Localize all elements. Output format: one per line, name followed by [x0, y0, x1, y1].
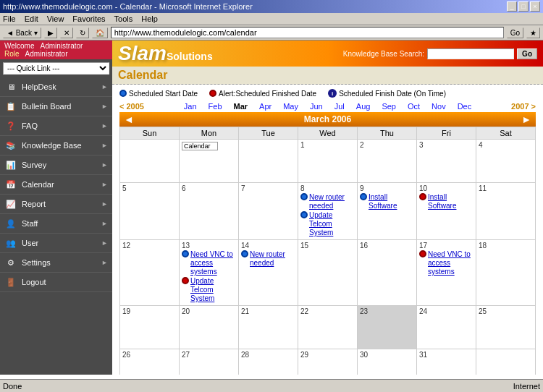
refresh-button[interactable]: ↻ [76, 27, 89, 38]
menu-tools[interactable]: Tools [114, 14, 133, 23]
home-button[interactable]: 🏠 [92, 27, 108, 38]
event-link[interactable]: Update Telcom System [190, 277, 236, 303]
month-nov[interactable]: Nov [426, 102, 452, 111]
legend-ontime-label: Scheduled Finish Date (On Time) [339, 90, 446, 98]
forward-button[interactable]: ▶ [44, 27, 57, 38]
sidebar-item-faq[interactable]: ❓ FAQ ► [0, 116, 112, 136]
col-mon: Mon [180, 127, 239, 140]
settings-icon: ⚙ [4, 256, 17, 269]
report-label: Report [22, 200, 97, 208]
day-cell: 22 [298, 306, 358, 349]
address-bar[interactable] [111, 27, 504, 38]
back-button[interactable]: ◄ Back ▾ [3, 27, 41, 38]
prev-month-button[interactable]: ◄ [124, 114, 134, 125]
month-jun[interactable]: Jun [304, 102, 329, 111]
event-dot [419, 250, 426, 257]
sidebar-item-calendar[interactable]: 📅 Calendar ► [0, 175, 112, 195]
menu-favorites[interactable]: Favorites [72, 14, 105, 23]
month-jan[interactable]: Jan [178, 102, 203, 111]
event-link[interactable]: New router needed [309, 193, 355, 210]
col-fri: Fri [417, 127, 476, 140]
day-cell: 10 Install Software [417, 183, 476, 240]
day-cell: 9 Install Software [358, 183, 417, 240]
sidebar-item-settings[interactable]: ⚙ Settings ► [0, 253, 112, 273]
table-row: 12 13 Need VNC to access systems Update … [120, 240, 536, 306]
sidebar-item-survey[interactable]: 📊 Survey ► [0, 155, 112, 175]
calendar-label: Calendar [22, 180, 97, 189]
staff-icon: 👤 [4, 217, 17, 230]
sidebar-item-staff[interactable]: 👤 Staff ► [0, 214, 112, 234]
cal-event: Update Telcom System [300, 211, 355, 237]
cal-event [182, 142, 236, 150]
sidebar-item-bulletin[interactable]: 📋 Bulletin Board ► [0, 97, 112, 116]
day-cell: 12 [120, 240, 180, 306]
menu-file[interactable]: File [3, 14, 16, 23]
month-apr[interactable]: Apr [253, 102, 277, 111]
month-oct[interactable]: Oct [402, 102, 426, 111]
month-feb[interactable]: Feb [203, 102, 228, 111]
month-mar[interactable]: Mar [228, 102, 254, 111]
main-content: Slam Solutions Knowledge Base Search: Go… [112, 41, 543, 375]
window-controls[interactable]: _ □ × [507, 1, 540, 12]
kb-go-button[interactable]: Go [517, 48, 537, 59]
event-link[interactable]: New router needed [250, 250, 295, 268]
day-cell: 4 [476, 140, 536, 183]
welcome-label: Welcome [4, 42, 35, 50]
quick-link-select[interactable]: --- Quick Link --- [3, 62, 109, 74]
calendar-input[interactable] [182, 142, 218, 150]
sidebar-item-report[interactable]: 📈 Report ► [0, 195, 112, 214]
event-dot [182, 277, 189, 284]
month-dec[interactable]: Dec [452, 102, 478, 111]
calendar-area: Scheduled Start Date Alert:Scheduled Fin… [112, 85, 543, 375]
menu-edit[interactable]: Edit [25, 14, 38, 23]
table-row: 26 27 28 29 30 31 [120, 349, 536, 375]
stop-button[interactable]: ✕ [60, 27, 73, 38]
knowledge-arrow: ► [101, 142, 108, 149]
event-link[interactable]: Update Telcom System [309, 211, 355, 237]
month-may[interactable]: May [277, 102, 304, 111]
faq-icon: ❓ [4, 119, 17, 132]
window-title: http://www.themodulelogic.com - Calendar… [3, 2, 253, 11]
kb-label: Knowledge Base Search: [343, 50, 424, 58]
maximize-button[interactable]: □ [518, 1, 529, 12]
month-sep[interactable]: Sep [376, 102, 402, 111]
close-button[interactable]: × [530, 1, 540, 12]
helpdesk-label: HelpDesk [22, 82, 97, 91]
quick-link-dropdown[interactable]: --- Quick Link --- [3, 62, 109, 74]
sidebar-item-knowledge[interactable]: 📚 Knowledge Base ► [0, 136, 112, 155]
next-month-button[interactable]: ► [521, 114, 531, 125]
sidebar-item-helpdesk[interactable]: 🖥 HelpDesk ► [0, 77, 112, 97]
kb-input[interactable] [427, 48, 514, 59]
cal-event: Update Telcom System [182, 277, 236, 303]
event-link[interactable]: Need VNC to access systems [190, 250, 236, 276]
menu-help[interactable]: Help [141, 14, 158, 23]
header: Slam Solutions Knowledge Base Search: Go [112, 41, 543, 67]
logout-icon: 🚪 [4, 276, 17, 289]
prev-year[interactable]: < 2005 [119, 102, 144, 111]
month-jul[interactable]: Jul [329, 102, 350, 111]
menu-view[interactable]: View [47, 14, 64, 23]
event-link[interactable]: Install Software [428, 193, 473, 210]
event-link[interactable]: Need VNC to access systems [428, 250, 473, 276]
sidebar-item-logout[interactable]: 🚪 Logout [0, 273, 112, 292]
bulletin-arrow: ► [101, 103, 108, 110]
month-list: Jan Feb Mar Apr May Jun Jul Aug Sep Oct … [144, 102, 511, 111]
next-year[interactable]: 2007 > [511, 102, 536, 111]
survey-icon: 📊 [4, 158, 17, 171]
logo-solutions: Solutions [167, 51, 213, 62]
cal-event: New router needed [241, 250, 295, 268]
minimize-button[interactable]: _ [507, 1, 517, 12]
month-aug[interactable]: Aug [350, 102, 376, 111]
settings-arrow: ► [101, 259, 108, 266]
event-link[interactable]: Install Software [369, 193, 414, 210]
go-button[interactable]: Go [507, 27, 523, 38]
legend-alert-label: Alert:Scheduled Finished Date [219, 90, 316, 98]
favorites-star[interactable]: ★ [526, 27, 540, 38]
alert-finished-dot [209, 90, 216, 97]
sidebar-item-user[interactable]: 👥 User ► [0, 234, 112, 253]
cal-event: Install Software [419, 193, 473, 210]
day-cell: 16 [358, 240, 417, 306]
user-arrow: ► [101, 239, 108, 247]
knowledge-icon: 📚 [4, 139, 17, 152]
bulletin-icon: 📋 [4, 100, 17, 113]
